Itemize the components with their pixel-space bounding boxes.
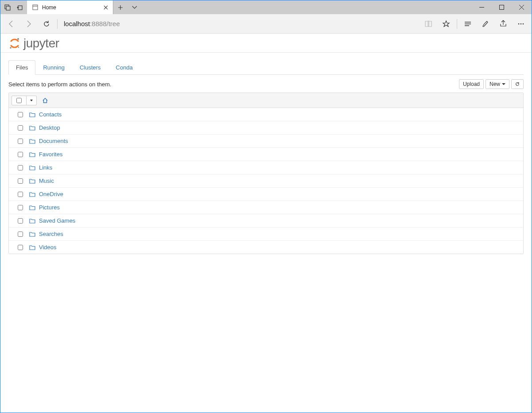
item-checkbox[interactable]: [18, 139, 23, 144]
toolbar-row: Select items to perform actions on them.…: [8, 75, 524, 93]
item-name[interactable]: Saved Games: [39, 217, 75, 224]
item-checkbox[interactable]: [18, 205, 23, 210]
notebook-tabs: FilesRunningClustersConda: [8, 60, 524, 75]
list-item: Music: [9, 174, 523, 188]
forward-button[interactable]: [20, 15, 38, 33]
notes-icon[interactable]: [477, 15, 494, 33]
tab-favicon-icon: [31, 4, 39, 11]
upload-label: Upload: [463, 81, 480, 87]
item-name[interactable]: Documents: [39, 138, 68, 144]
item-checkbox[interactable]: [18, 192, 23, 197]
item-checkbox[interactable]: [18, 152, 23, 157]
new-label: New: [490, 81, 500, 87]
svg-rect-1: [6, 6, 10, 10]
share-icon[interactable]: [494, 15, 512, 33]
folder-icon: [29, 205, 36, 211]
folder-icon: [29, 191, 36, 197]
jupyter-page: jupyter FilesRunningClustersConda Select…: [0, 34, 532, 254]
folder-icon: [29, 151, 36, 158]
list-item: Favorites: [9, 148, 523, 161]
select-menu-dropdown[interactable]: [27, 96, 36, 105]
folder-icon: [29, 231, 36, 237]
item-name[interactable]: OneDrive: [39, 191, 63, 197]
jupyter-logo[interactable]: jupyter: [8, 36, 59, 50]
tab-clusters[interactable]: Clusters: [72, 60, 108, 75]
window-controls: [472, 0, 532, 14]
reading-view-icon[interactable]: [420, 15, 437, 33]
list-item: Saved Games: [9, 214, 523, 228]
item-checkbox[interactable]: [18, 245, 23, 250]
tab-conda[interactable]: Conda: [108, 60, 140, 75]
list-item: Pictures: [9, 201, 523, 214]
set-aside-icon[interactable]: [15, 2, 25, 13]
svg-rect-3: [33, 5, 38, 10]
item-name[interactable]: Desktop: [39, 124, 60, 131]
close-window-button[interactable]: [512, 0, 532, 14]
browser-tab[interactable]: Home: [27, 0, 113, 14]
breadcrumb-home-icon[interactable]: [42, 97, 48, 104]
tab-title: Home: [42, 4, 102, 11]
item-checkbox[interactable]: [18, 112, 23, 117]
caret-down-icon: [502, 83, 505, 85]
refresh-button[interactable]: [38, 15, 55, 33]
tab-dropdown-icon[interactable]: [127, 0, 142, 14]
minimize-button[interactable]: [472, 0, 492, 14]
maximize-button[interactable]: [492, 0, 512, 14]
browser-titlebar: Home: [0, 0, 532, 14]
jupyter-logo-icon: [8, 37, 21, 50]
list-item: OneDrive: [9, 188, 523, 201]
item-name[interactable]: Pictures: [39, 204, 60, 211]
address-host: localhost: [64, 20, 90, 27]
browser-toolbar: localhost:8888/tree: [0, 14, 532, 34]
more-icon[interactable]: [512, 15, 530, 33]
item-name[interactable]: Favorites: [39, 151, 62, 158]
item-name[interactable]: Contacts: [39, 111, 62, 118]
folder-icon: [29, 165, 36, 171]
item-name[interactable]: Links: [39, 164, 52, 171]
tab-running[interactable]: Running: [35, 60, 72, 75]
jupyter-logo-text: jupyter: [23, 36, 59, 50]
folder-icon: [29, 218, 36, 224]
svg-point-15: [18, 47, 19, 48]
address-path: :8888/tree: [90, 20, 120, 27]
folder-icon: [29, 178, 36, 184]
hub-icon[interactable]: [459, 15, 477, 33]
svg-point-14: [10, 47, 12, 49]
item-name[interactable]: Videos: [39, 244, 57, 251]
list-item: Contacts: [9, 108, 523, 121]
tabs-overview-icon[interactable]: [2, 2, 13, 13]
tab-files[interactable]: Files: [8, 60, 35, 75]
folder-icon: [29, 138, 36, 144]
item-checkbox[interactable]: [18, 232, 23, 237]
list-item: Desktop: [9, 121, 523, 135]
select-all-checkbox[interactable]: [16, 98, 22, 103]
list-header: [9, 93, 523, 108]
new-tab-button[interactable]: [113, 0, 127, 14]
svg-point-10: [518, 23, 520, 24]
svg-point-11: [520, 23, 522, 24]
jupyter-header: jupyter: [0, 34, 532, 53]
item-checkbox[interactable]: [18, 218, 23, 224]
refresh-list-button[interactable]: [511, 79, 524, 89]
file-list: ContactsDesktopDocumentsFavoritesLinksMu…: [8, 93, 524, 254]
item-checkbox[interactable]: [18, 125, 23, 131]
back-button[interactable]: [2, 15, 20, 33]
select-all-checkbox-wrap[interactable]: [12, 96, 27, 105]
favorite-icon[interactable]: [437, 15, 455, 33]
item-name[interactable]: Searches: [39, 231, 63, 237]
address-bar[interactable]: localhost:8888/tree: [61, 20, 420, 27]
item-checkbox[interactable]: [18, 165, 23, 170]
folder-icon: [29, 112, 36, 118]
tab-close-icon[interactable]: [102, 4, 109, 11]
list-item: Searches: [9, 228, 523, 241]
folder-icon: [29, 244, 36, 251]
upload-button[interactable]: Upload: [459, 79, 484, 89]
list-item: Documents: [9, 135, 523, 148]
item-checkbox[interactable]: [18, 178, 23, 184]
item-name[interactable]: Music: [39, 178, 54, 184]
select-all-group: [12, 96, 37, 105]
svg-point-13: [17, 38, 19, 40]
svg-point-12: [523, 23, 524, 24]
list-item: Videos: [9, 241, 523, 254]
new-button[interactable]: New: [486, 79, 509, 89]
